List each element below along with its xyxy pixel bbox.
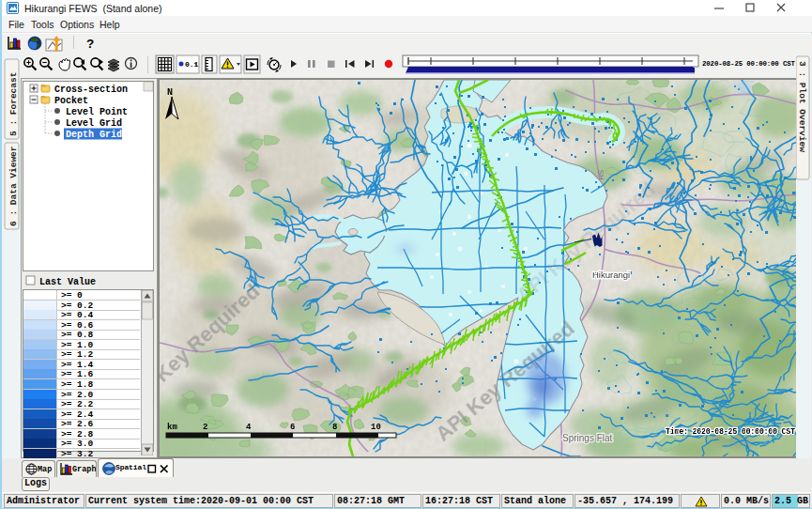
svg-text:10: 10: [371, 423, 381, 432]
svg-text:0.1: 0.1: [185, 60, 199, 69]
svg-text:Hikurangi: Hikurangi: [592, 270, 630, 280]
svg-text:Depth Grid: Depth Grid: [66, 130, 122, 140]
svg-text:5 : Forecast: 5 : Forecast: [8, 72, 19, 136]
svg-text:N: N: [167, 87, 173, 98]
svg-text:6 : Data Viewer: 6 : Data Viewer: [8, 146, 19, 226]
svg-text:4: 4: [246, 423, 252, 432]
svg-text:Springs Flat: Springs Flat: [562, 433, 613, 443]
svg-text:Level Grid: Level Grid: [66, 118, 122, 129]
svg-text:Pocket: Pocket: [54, 96, 88, 106]
svg-text:2: 2: [203, 423, 207, 432]
svg-text:Level Point: Level Point: [66, 107, 128, 117]
svg-text:Last Value: Last Value: [39, 277, 96, 287]
svg-text:6: 6: [290, 423, 295, 432]
svg-text:Cross-section: Cross-section: [54, 85, 128, 95]
svg-text:Time: 2020-08-25 00:00:00 CST: Time: 2020-08-25 00:00:00 CST: [666, 427, 795, 437]
svg-text:km: km: [167, 423, 177, 432]
svg-text:?: ?: [86, 37, 94, 51]
svg-text:2020-08-25 00:00:00 CST: 2020-08-25 00:00:00 CST: [702, 60, 796, 68]
svg-text:3 : Plot Overview: 3 : Plot Overview: [797, 61, 807, 152]
svg-text:8: 8: [332, 423, 337, 432]
